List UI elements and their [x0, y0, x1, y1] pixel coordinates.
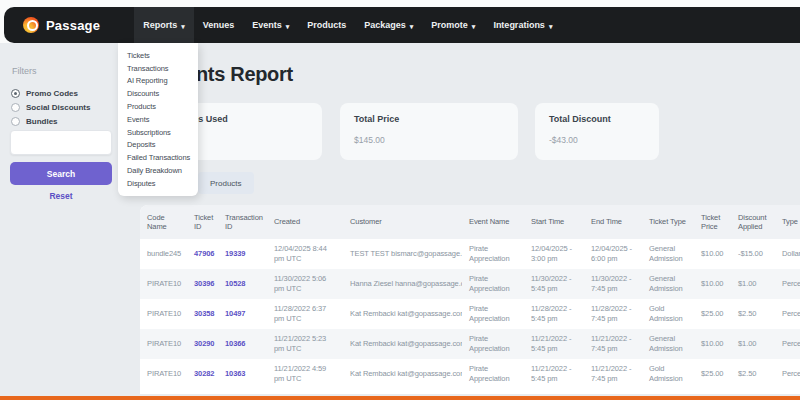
cell-transaction-id[interactable]: 19339 — [218, 239, 267, 269]
bottom-accent-bar — [0, 396, 800, 400]
nav-item-promote[interactable]: Promote▾ — [422, 7, 484, 43]
reports-menu-item-events[interactable]: Events — [118, 113, 198, 126]
cell-price: $10.00 — [694, 239, 731, 269]
table-row: bundle245479061933912/04/2025 8:44 pm UT… — [140, 239, 800, 269]
cell-ticket-type: General Admission — [642, 239, 694, 269]
cell-ticket-id[interactable]: 30290 — [187, 329, 218, 359]
radio-icon — [11, 89, 20, 98]
filter-option-label: Social Discounts — [26, 103, 90, 112]
column-header-end-time: End Time — [584, 205, 642, 239]
cell-event: Pirate Appreciation — [462, 269, 524, 299]
cell-ticket-type: General Admission — [642, 329, 694, 359]
brand-logo[interactable]: Passage — [23, 17, 100, 33]
column-header-ticket-id: Ticket ID — [187, 205, 218, 239]
filter-option-bundles[interactable]: Bundles — [11, 114, 90, 128]
cell-end: 11/21/2022 - 7:45 pm — [584, 329, 642, 359]
filter-option-social-discounts[interactable]: Social Discounts — [11, 100, 90, 114]
cell-event: Pirate Appreciation — [462, 299, 524, 329]
cell-end: 11/28/2022 - 7:45 pm — [584, 299, 642, 329]
chevron-down-icon: ▾ — [410, 23, 414, 30]
reports-menu-item-failed-transactions[interactable]: Failed Transactions — [118, 151, 198, 164]
cell-created: 12/04/2025 8:44 pm UTC — [267, 239, 343, 269]
filter-option-promo-codes[interactable]: Promo Codes — [11, 86, 90, 100]
reset-link[interactable]: Reset — [0, 191, 122, 201]
cell-event: Pirate Appreciation — [462, 359, 524, 389]
reports-menu-item-ai-reporting[interactable]: AI Reporting — [118, 75, 198, 88]
nav-item-reports[interactable]: Reports▾ — [134, 7, 194, 43]
summary-card-total-price: Total Price$145.00 — [340, 103, 518, 160]
table-header: Code NameTicket IDTransaction IDCreatedC… — [140, 205, 800, 239]
table-row: PIRATE10302901036611/21/2022 5:23 pm UTC… — [140, 329, 800, 359]
cell-end: 12/04/2025 - 6:00 pm — [584, 239, 642, 269]
reports-menu-item-deposits[interactable]: Deposits — [118, 139, 198, 152]
nav-item-label: Promote — [431, 20, 468, 30]
cell-ticket-id[interactable]: 47906 — [187, 239, 218, 269]
reports-menu-item-daily-breakdown[interactable]: Daily Breakdown — [118, 164, 198, 177]
column-header-customer: Customer — [343, 205, 462, 239]
nav-item-events[interactable]: Events▾ — [243, 7, 298, 43]
nav-item-packages[interactable]: Packages▾ — [355, 7, 422, 43]
cell-ticket-id[interactable]: 30358 — [187, 299, 218, 329]
radio-icon — [11, 103, 20, 112]
table-row: PIRATE10302821036311/21/2022 4:59 pm UTC… — [140, 359, 800, 389]
nav-item-products[interactable]: Products — [298, 7, 355, 43]
cell-transaction-id[interactable]: 10528 — [218, 269, 267, 299]
search-button[interactable]: Search — [10, 162, 112, 185]
cell-customer: Kat Rembacki kat@gopassage.com — [343, 329, 462, 359]
cell-discount: $1.00 — [731, 269, 775, 299]
cell-created: 11/28/2022 6:37 pm UTC — [267, 299, 343, 329]
cell-transaction-id[interactable]: 10363 — [218, 359, 267, 389]
passage-logo-icon — [23, 17, 39, 33]
cell-transaction-id[interactable]: 10497 — [218, 299, 267, 329]
column-header-start-time: Start Time — [524, 205, 584, 239]
reports-menu-item-discounts[interactable]: Discounts — [118, 87, 198, 100]
nav-items: Reports▾VenuesEvents▾ProductsPackages▾Pr… — [134, 7, 561, 43]
cell-end: 11/21/2022 - 7:45 pm — [584, 359, 642, 389]
cell-type: Percentage — [775, 329, 800, 359]
tab-products[interactable]: Products — [198, 172, 254, 194]
chevron-down-icon: ▾ — [472, 23, 476, 30]
summary-card-label: Total Price — [354, 114, 504, 124]
cell-type: Percentage — [775, 359, 800, 389]
cell-ticket-id[interactable]: 30396 — [187, 269, 218, 299]
column-header-type: Type — [775, 205, 800, 239]
summary-card-value: $145.00 — [354, 135, 504, 145]
summary-card-total-discount: Total Discount-$43.00 — [535, 103, 659, 160]
table-row: PIRATE10303581049711/28/2022 6:37 pm UTC… — [140, 299, 800, 329]
reports-menu-item-subscriptions[interactable]: Subscriptions — [118, 126, 198, 139]
cell-code: PIRATE10 — [140, 329, 187, 359]
nav-item-label: Venues — [203, 20, 235, 30]
reports-menu-item-transactions[interactable]: Transactions — [118, 62, 198, 75]
reports-menu-item-tickets[interactable]: Tickets — [118, 49, 198, 62]
cell-customer: Hanna Ziesel hanna@gopassage.com — [343, 269, 462, 299]
reports-menu-item-products[interactable]: Products — [118, 100, 198, 113]
cell-customer: Kat Rembacki kat@gopassage.com — [343, 359, 462, 389]
nav-item-label: Packages — [364, 20, 406, 30]
cell-code: PIRATE10 — [140, 299, 187, 329]
cell-price: $25.00 — [694, 359, 731, 389]
discounts-table-card: Code NameTicket IDTransaction IDCreatedC… — [140, 205, 800, 394]
brand-name: Passage — [46, 18, 100, 33]
cell-code: bundle245 — [140, 239, 187, 269]
cell-ticket-id[interactable]: 30282 — [187, 359, 218, 389]
nav-item-integrations[interactable]: Integrations▾ — [484, 7, 561, 43]
cell-created: 11/21/2022 5:23 pm UTC — [267, 329, 343, 359]
cell-customer: Kat Rembacki kat@gopassage.com — [343, 299, 462, 329]
cell-discount: $1.00 — [731, 329, 775, 359]
cell-start: 11/30/2022 - 5:45 pm — [524, 269, 584, 299]
tab-bar: Products — [198, 172, 254, 194]
summary-card-value: -$43.00 — [549, 135, 645, 145]
nav-item-label: Events — [252, 20, 282, 30]
cell-transaction-id[interactable]: 10366 — [218, 329, 267, 359]
cell-start: 11/21/2022 - 5:45 pm — [524, 329, 584, 359]
column-header-created: Created — [267, 205, 343, 239]
search-input[interactable] — [10, 130, 112, 155]
cell-start: 12/04/2025 - 3:00 pm — [524, 239, 584, 269]
cell-discount: $2.50 — [731, 359, 775, 389]
column-header-event-name: Event Name — [462, 205, 524, 239]
filters-heading: Filters — [12, 66, 37, 76]
nav-item-venues[interactable]: Venues — [194, 7, 244, 43]
cell-discount: $2.50 — [731, 299, 775, 329]
chevron-down-icon: ▾ — [549, 23, 553, 30]
reports-menu-item-disputes[interactable]: Disputes — [118, 177, 198, 190]
